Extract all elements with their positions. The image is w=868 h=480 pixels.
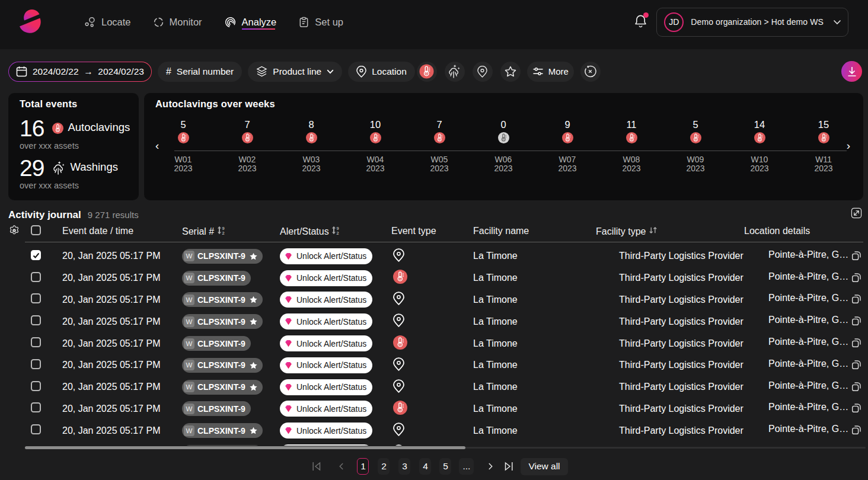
svg-text:2: 2 (222, 230, 224, 234)
svg-text:2: 2 (337, 230, 339, 234)
